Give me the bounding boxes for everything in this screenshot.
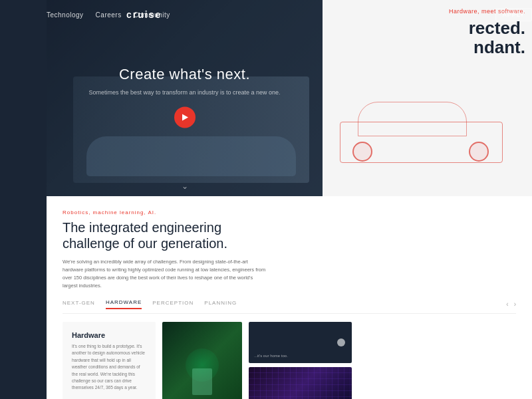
hero-section: Create what's next. Sometimes the best w… (47, 0, 323, 196)
apply-button[interactable]: APPLY (495, 8, 532, 21)
nav-community[interactable]: Community (134, 11, 170, 19)
play-button[interactable] (174, 106, 196, 128)
side-images: ...it's our home too. (249, 322, 352, 399)
main-content: Robotics, machine learning, AI. The inte… (47, 196, 532, 399)
tab-prev-arrow[interactable]: ‹ (506, 301, 508, 308)
navigation: Technology Careers Community cruise APPL… (47, 0, 532, 29)
scroll-chevron[interactable]: ⌄ (182, 182, 188, 191)
heading-line2: challenge of our generation. (63, 236, 227, 251)
car-engine-nodes (458, 96, 497, 150)
nav-technology[interactable]: Technology (47, 11, 84, 19)
tab-planning[interactable]: PLANNING (204, 300, 237, 309)
car-xray-body (331, 83, 511, 163)
side-image-caption: ...it's our home too. (254, 354, 288, 358)
hero-title: Create what's next. (85, 66, 285, 83)
hardware-image-card (162, 322, 242, 399)
car-xray-visual (323, 50, 532, 196)
hero-content: Create what's next. Sometimes the best w… (85, 66, 285, 128)
bottom-section: Robotics, machine learning, AI. The inte… (0, 196, 532, 399)
section-heading: The integrated engineering challenge of … (63, 219, 249, 251)
card-title: Hardware (72, 331, 146, 339)
sidebar-spacer (0, 196, 47, 399)
tab-next-gen[interactable]: NEXT-GEN (63, 300, 95, 309)
content-tabs: NEXT-GEN HARDWARE PERCEPTION PLANNING ‹ … (63, 299, 516, 314)
section-tag: Robotics, machine learning, AI. (63, 209, 516, 215)
section-body: We're solving an incredibly wide array o… (63, 258, 269, 290)
left-sidebar (0, 0, 47, 203)
side-image-bottom (249, 367, 352, 399)
tab-hardware[interactable]: HARDWARE (106, 299, 142, 309)
card-body: It's one thing to build a prototype. It'… (72, 343, 146, 392)
nav-links: Technology Careers Community (47, 11, 170, 19)
tab-next-arrow[interactable]: › (514, 301, 516, 308)
nav-careers[interactable]: Careers (96, 11, 122, 19)
hardware-text-card: Hardware It's one thing to build a proto… (63, 322, 156, 399)
heading-line1: The integrated engineering (63, 220, 221, 235)
tab-perception[interactable]: PERCEPTION (152, 300, 194, 309)
right-panel: Hardware, meet software. rected. ndant. (323, 0, 532, 196)
car-wheel-back (352, 142, 372, 162)
cards-row: Hardware It's one thing to build a proto… (63, 322, 516, 399)
side-image-top: ...it's our home too. (249, 322, 352, 363)
hero-subtitle: Sometimes the best way to transform an i… (85, 88, 285, 98)
tab-arrows: ‹ › (506, 301, 516, 308)
